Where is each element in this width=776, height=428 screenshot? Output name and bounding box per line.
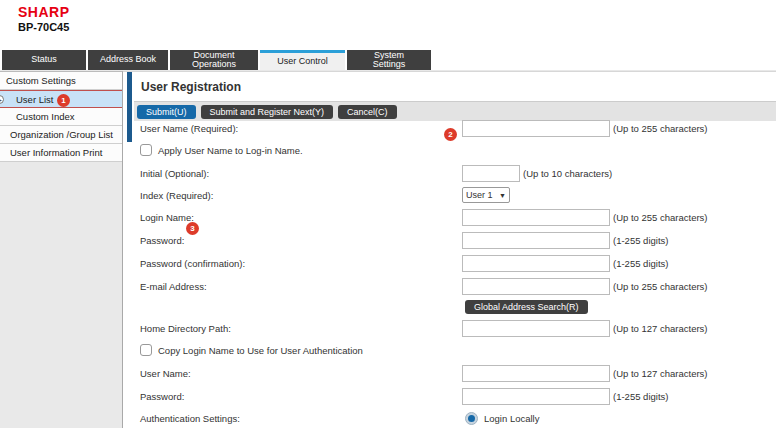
auth-user-name-input[interactable]: [462, 365, 610, 382]
login-locally-label: Login Locally: [484, 413, 539, 424]
row-apply-user-name: Apply User Name to Log-in Name.: [140, 144, 770, 156]
row-email: E-mail Address: (Up to 255 characters): [140, 278, 770, 295]
sidebar-item-custom-index[interactable]: Custom Index: [0, 108, 122, 126]
row-login-name: Login Name: (Up to 255 characters): [140, 209, 770, 226]
annotation-badge-1: 1: [57, 94, 70, 107]
radio-selected-dot: [468, 415, 475, 422]
user-registration-form: User Name (Required): (Up to 255 charact…: [140, 120, 770, 425]
index-label: Index (Required):: [140, 190, 462, 201]
email-input[interactable]: [462, 278, 610, 295]
row-home-directory: Home Directory Path: (Up to 127 characte…: [140, 320, 770, 337]
cancel-button[interactable]: Cancel(C): [338, 105, 397, 119]
password-confirmation-label: Password (confirmation):: [140, 258, 462, 269]
sidebar-item-label: Custom Settings: [6, 75, 76, 86]
annotation-badge-3: 3: [186, 222, 199, 235]
top-nav-tabs: Status Address Book Document Operations …: [2, 50, 431, 70]
sidebar-item-user-information-print[interactable]: User Information Print: [0, 144, 122, 162]
submit-and-register-next-button[interactable]: Submit and Register Next(Y): [201, 105, 334, 119]
index-select[interactable]: User 1 ▼: [462, 187, 510, 203]
row-index: Index (Required): User 1 ▼: [140, 187, 770, 203]
row-initial: Initial (Optional): (Up to 10 characters…: [140, 165, 770, 182]
tab-user-control[interactable]: User Control: [260, 50, 345, 70]
chevron-down-icon: ▼: [499, 192, 506, 199]
initial-hint: (Up to 10 characters): [523, 168, 612, 179]
auth-user-name-label: User Name:: [140, 368, 462, 379]
row-auth-password: Password: (1-255 digits): [140, 388, 770, 405]
login-name-hint: (Up to 255 characters): [613, 212, 708, 223]
row-auth-user-name: User Name: (Up to 127 characters): [140, 365, 770, 382]
user-name-label: User Name (Required):: [140, 123, 462, 134]
password-label: Password:: [140, 235, 462, 246]
login-name-input[interactable]: [462, 209, 610, 226]
copy-login-name-label: Copy Login Name to Use for User Authenti…: [158, 345, 363, 356]
sidebar-item-custom-settings[interactable]: Custom Settings: [0, 72, 122, 90]
tab-status[interactable]: Status: [2, 50, 86, 70]
sidebar-item-label: User Information Print: [10, 147, 102, 158]
annotation-badge-2: 2: [444, 128, 457, 141]
sidebar-item-label: Custom Index: [16, 111, 75, 122]
index-select-value: User 1: [466, 190, 493, 200]
page-title: User Registration: [134, 72, 776, 102]
sidebar-menu: Custom Settings ▶ User List 1 Custom Ind…: [0, 71, 123, 428]
row-copy-login-name: Copy Login Name to Use for User Authenti…: [140, 344, 770, 356]
auth-password-hint: (1-255 digits): [613, 391, 668, 402]
apply-user-name-label: Apply User Name to Log-in Name.: [158, 145, 303, 156]
copy-login-name-checkbox[interactable]: [140, 344, 152, 356]
expand-arrow-icon: ▶: [0, 95, 4, 104]
email-hint: (Up to 255 characters): [613, 281, 708, 292]
email-label: E-mail Address:: [140, 281, 462, 292]
login-locally-radio[interactable]: [465, 412, 478, 425]
auth-user-name-hint: (Up to 127 characters): [613, 368, 708, 379]
user-name-hint: (Up to 255 characters): [613, 123, 708, 134]
auth-password-label: Password:: [140, 391, 462, 402]
home-directory-hint: (Up to 127 characters): [613, 323, 708, 334]
apply-user-name-checkbox[interactable]: [140, 144, 152, 156]
row-authentication-settings: Authentication Settings: Login Locally: [140, 412, 770, 425]
tab-system-settings[interactable]: System Settings: [347, 50, 431, 70]
row-global-address-search: Global Address Search(R): [140, 300, 770, 314]
password-hint: (1-255 digits): [613, 235, 668, 246]
auth-password-input[interactable]: [462, 388, 610, 405]
sidebar-item-user-list[interactable]: ▶ User List 1: [0, 90, 122, 108]
device-model: BP-70C45: [18, 21, 69, 33]
password-input[interactable]: [462, 232, 610, 249]
home-directory-input[interactable]: [462, 320, 610, 337]
tab-address-book[interactable]: Address Book: [88, 50, 168, 70]
sidebar-item-label: Organization /Group List: [10, 129, 113, 140]
password-confirmation-hint: (1-255 digits): [613, 258, 668, 269]
sidebar-item-label: User List: [16, 94, 53, 105]
frame-accent-bar: [127, 72, 132, 142]
row-password: Password: (1-255 digits): [140, 232, 770, 249]
row-password-confirmation: Password (confirmation): (1-255 digits): [140, 255, 770, 272]
tab-document-operations[interactable]: Document Operations: [170, 50, 258, 70]
initial-input[interactable]: [462, 165, 520, 182]
action-toolbar: Submit(U) Submit and Register Next(Y) Ca…: [134, 102, 776, 121]
sharp-web-ui: SHARP BP-70C45 Status Address Book Docum…: [0, 0, 776, 428]
submit-button[interactable]: Submit(U): [137, 105, 196, 119]
initial-label: Initial (Optional):: [140, 168, 462, 179]
login-name-label: Login Name:: [140, 212, 462, 223]
user-name-input[interactable]: [462, 120, 610, 137]
password-confirmation-input[interactable]: [462, 255, 610, 272]
home-directory-label: Home Directory Path:: [140, 323, 462, 334]
main-content: User Registration Submit(U) Submit and R…: [134, 72, 776, 428]
global-address-search-button[interactable]: Global Address Search(R): [465, 300, 588, 314]
sidebar-item-organization-group-list[interactable]: Organization /Group List: [0, 126, 122, 144]
sharp-logo: SHARP: [18, 4, 70, 20]
authentication-settings-label: Authentication Settings:: [140, 413, 462, 424]
